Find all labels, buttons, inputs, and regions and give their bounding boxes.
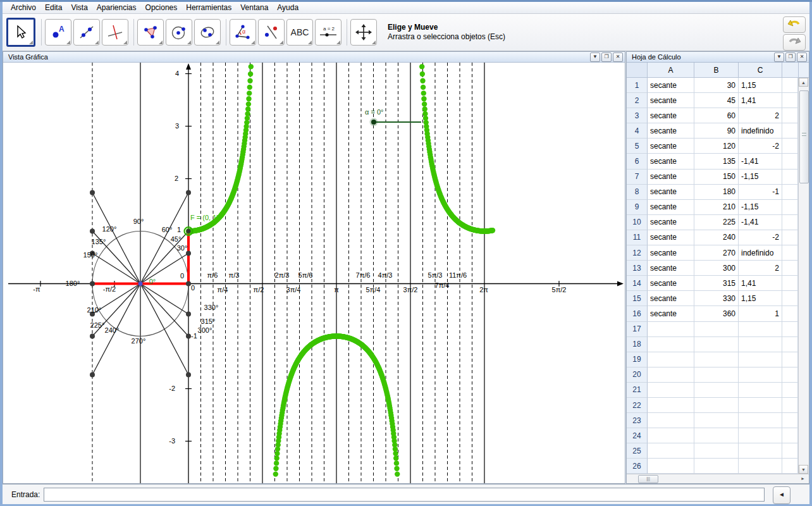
- cell-C[interactable]: -1,41: [739, 215, 782, 230]
- cell-B[interactable]: 360: [694, 306, 739, 321]
- cell-filler[interactable]: [782, 215, 798, 230]
- cell-C[interactable]: [739, 428, 782, 443]
- entrada-input[interactable]: [44, 488, 765, 502]
- cell-filler[interactable]: [782, 154, 798, 169]
- row-number-cell[interactable]: 7: [627, 170, 648, 185]
- menu-item-vista[interactable]: Vista: [66, 2, 92, 13]
- tool-slider[interactable]: a = 2: [315, 19, 341, 46]
- cell-C[interactable]: indefinido: [739, 245, 782, 261]
- spreadsheet-titlebar[interactable]: Hoja de Cálculo ▼ ❐ ✕: [627, 52, 809, 63]
- tool-perpendicular-line[interactable]: [102, 19, 128, 46]
- cell-C[interactable]: [739, 459, 782, 474]
- row-number-cell[interactable]: 6: [627, 154, 648, 169]
- input-help-toggle-button[interactable]: ◄: [773, 486, 790, 504]
- cell-B[interactable]: 300: [694, 261, 739, 276]
- graphics-view-restore-button[interactable]: ❐: [601, 52, 612, 62]
- row-number-cell[interactable]: 11: [627, 230, 648, 245]
- row-number-cell[interactable]: 14: [627, 276, 648, 291]
- spreadsheet-close-button[interactable]: ✕: [797, 52, 807, 62]
- cell-A[interactable]: secante: [648, 230, 694, 245]
- cell-A[interactable]: [648, 383, 694, 398]
- cell-B[interactable]: [694, 428, 739, 443]
- scroll-right-icon[interactable]: ►: [798, 474, 808, 483]
- tool-point[interactable]: A: [45, 19, 71, 46]
- cell-filler[interactable]: [782, 123, 798, 139]
- cell-A[interactable]: secante: [648, 291, 694, 306]
- cell-B[interactable]: 180: [694, 185, 739, 200]
- cell-A[interactable]: secante: [648, 170, 694, 185]
- tool-dropdown-arrow-icon[interactable]: [251, 40, 255, 44]
- menu-item-opciones[interactable]: Opciones: [141, 2, 182, 13]
- cell-filler[interactable]: [782, 230, 798, 245]
- cell-filler[interactable]: [782, 367, 798, 383]
- cell-C[interactable]: [739, 383, 782, 398]
- tool-dropdown-arrow-icon[interactable]: [66, 40, 70, 44]
- row-number-cell[interactable]: 26: [627, 459, 648, 474]
- row-number-cell[interactable]: 3: [627, 108, 648, 123]
- row-number-cell[interactable]: 16: [627, 306, 648, 321]
- row-number-cell[interactable]: 17: [627, 322, 648, 337]
- cell-B[interactable]: 30: [694, 78, 739, 93]
- cell-A[interactable]: [648, 367, 694, 383]
- row-number-cell[interactable]: 19: [627, 352, 648, 367]
- tool-text[interactable]: ABC: [286, 19, 313, 46]
- cell-C[interactable]: indefinido: [739, 123, 782, 139]
- cell-A[interactable]: secante: [648, 108, 694, 123]
- cell-A[interactable]: secante: [648, 306, 694, 321]
- cell-A[interactable]: secante: [648, 261, 694, 276]
- cell-C[interactable]: -2: [739, 230, 782, 245]
- cell-B[interactable]: [694, 322, 739, 337]
- column-header-B[interactable]: B: [694, 63, 739, 77]
- cell-B[interactable]: 150: [694, 170, 739, 185]
- row-number-cell[interactable]: 22: [627, 398, 648, 413]
- cell-A[interactable]: secante: [648, 215, 694, 230]
- cell-C[interactable]: 1,41: [739, 276, 782, 291]
- column-header-C[interactable]: C: [739, 63, 782, 77]
- column-header-A[interactable]: A: [648, 63, 694, 77]
- cell-A[interactable]: [648, 413, 694, 428]
- cell-B[interactable]: 120: [694, 139, 739, 154]
- cell-B[interactable]: [694, 352, 739, 367]
- cell-B[interactable]: [694, 459, 739, 474]
- graphics-view-menu-button[interactable]: ▼: [590, 52, 600, 62]
- cell-A[interactable]: secante: [648, 185, 694, 200]
- cell-C[interactable]: 1,41: [739, 93, 782, 108]
- row-number-cell[interactable]: 18: [627, 337, 648, 352]
- spreadsheet-menu-button[interactable]: ▼: [774, 52, 784, 62]
- cell-C[interactable]: 1,15: [739, 291, 782, 306]
- cell-C[interactable]: -2: [739, 139, 782, 154]
- cell-C[interactable]: [739, 413, 782, 428]
- cell-filler[interactable]: [782, 443, 798, 459]
- cell-B[interactable]: 210: [694, 200, 739, 215]
- cell-filler[interactable]: [782, 245, 798, 261]
- horizontal-scrollbar[interactable]: ◄ ||| ►: [627, 474, 809, 483]
- menu-item-herramientas[interactable]: Herramientas: [181, 2, 236, 13]
- menu-item-ayuda[interactable]: Ayuda: [273, 2, 303, 13]
- cell-A[interactable]: secante: [648, 154, 694, 169]
- tool-move-graphics-view[interactable]: [350, 19, 377, 46]
- row-number-cell[interactable]: 23: [627, 413, 648, 428]
- tool-angle[interactable]: α: [230, 19, 256, 46]
- tool-dropdown-arrow-icon[interactable]: [123, 40, 127, 44]
- cell-B[interactable]: [694, 443, 739, 459]
- horizontal-scrollbar-thumb[interactable]: |||: [638, 475, 658, 483]
- cell-A[interactable]: [648, 322, 694, 337]
- row-number-cell[interactable]: 10: [627, 215, 648, 230]
- tool-dropdown-arrow-icon[interactable]: [29, 40, 33, 44]
- cell-A[interactable]: secante: [648, 123, 694, 139]
- scroll-up-icon[interactable]: ▲: [799, 78, 808, 87]
- cell-A[interactable]: [648, 352, 694, 367]
- cell-filler[interactable]: [782, 139, 798, 154]
- cell-C[interactable]: -1,15: [739, 200, 782, 215]
- cell-C[interactable]: 2: [739, 261, 782, 276]
- tool-dropdown-arrow-icon[interactable]: [95, 40, 99, 44]
- cell-B[interactable]: 225: [694, 215, 739, 230]
- menu-item-edita[interactable]: Edita: [40, 2, 66, 13]
- cell-C[interactable]: [739, 367, 782, 383]
- cell-B[interactable]: 90: [694, 123, 739, 139]
- cell-C[interactable]: [739, 443, 782, 459]
- cell-B[interactable]: 330: [694, 291, 739, 306]
- tool-dropdown-arrow-icon[interactable]: [216, 40, 219, 44]
- tool-dropdown-arrow-icon[interactable]: [187, 40, 191, 44]
- vertical-scrollbar-thumb[interactable]: [799, 90, 809, 183]
